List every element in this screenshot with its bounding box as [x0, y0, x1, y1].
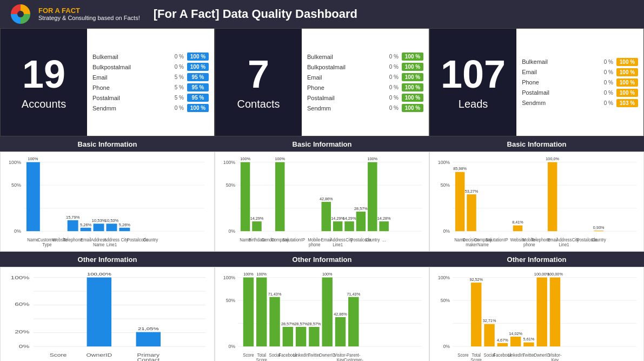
svg-text:4,67%: 4,67%: [497, 337, 508, 342]
svg-rect-15: [68, 220, 78, 231]
list-item: Bulkemail 0 % 100 %: [307, 52, 423, 61]
list-item: Bulkpostalmail 0 % 100 %: [307, 63, 423, 71]
contacts-stat: 7 Contacts: [215, 29, 302, 136]
accounts-basic-header: Basic Information: [0, 136, 215, 152]
svg-rect-155: [269, 297, 280, 346]
list-item: Phone 0 % 100 %: [307, 83, 423, 91]
svg-text:0%: 0%: [443, 228, 450, 234]
accounts-panel: 19 Accounts Bulkemail 0 % 100 % Bulkpost…: [0, 28, 215, 136]
list-item: Sendmm 0 % 100 %: [92, 104, 209, 112]
svg-rect-197: [510, 337, 521, 346]
svg-rect-134: [87, 278, 111, 347]
svg-text:phone: phone: [523, 242, 535, 247]
leads-label: Leads: [459, 98, 488, 110]
svg-text:100%: 100%: [223, 274, 235, 280]
logo-icon: [11, 4, 30, 24]
svg-text:Line1: Line1: [107, 242, 117, 247]
svg-text:Name: Name: [477, 242, 489, 247]
svg-rect-158: [283, 327, 293, 346]
svg-text:0%: 0%: [14, 228, 21, 234]
svg-rect-109: [548, 162, 557, 232]
svg-text:50%: 50%: [441, 298, 450, 303]
main-grid: 19 Accounts Bulkemail 0 % 100 % Bulkpost…: [0, 28, 644, 361]
svg-text:10,53%: 10,53%: [92, 218, 105, 223]
svg-rect-167: [322, 278, 333, 347]
leads-other-header: Other Information: [429, 252, 644, 267]
svg-text:Score: Score: [50, 353, 67, 358]
svg-text:phone: phone: [309, 242, 321, 247]
contacts-other-section: Other Information 100% 50% 0% 100% Score…: [215, 252, 429, 361]
accounts-other-section: Other Information 100% 60% 20% 0% Score …: [0, 252, 215, 361]
svg-rect-77: [379, 221, 388, 231]
svg-text:0%: 0%: [229, 228, 236, 234]
svg-text:100,0%: 100,0%: [546, 156, 559, 161]
svg-text:100%: 100%: [223, 159, 235, 165]
svg-text:100,00%: 100,00%: [87, 272, 111, 277]
svg-text:28,57%: 28,57%: [281, 321, 295, 326]
svg-text:100%: 100%: [256, 272, 267, 277]
svg-text:8,41%: 8,41%: [512, 220, 523, 225]
svg-text:LinkedIn: LinkedIn: [508, 353, 523, 358]
contacts-table: Bulkemail 0 % 100 % Bulkpostalmail 0 % 1…: [302, 29, 429, 136]
contacts-basic-chart-svg: 100% 50% 0% 100% Name 14,29% Birthdate G…: [220, 156, 424, 248]
contacts-basic-header: Basic Information: [215, 136, 429, 152]
svg-text:14,28%: 14,28%: [377, 216, 391, 221]
svg-text:Line1: Line1: [559, 242, 569, 247]
svg-text:Score: Score: [457, 353, 469, 358]
svg-rect-161: [296, 327, 306, 346]
svg-text:10,53%: 10,53%: [105, 218, 118, 223]
svg-text:42,86%: 42,86%: [320, 196, 333, 201]
svg-text:IP: IP: [301, 238, 305, 242]
svg-text:Line1: Line1: [333, 242, 343, 247]
svg-rect-25: [107, 224, 117, 231]
svg-text:85,98%: 85,98%: [453, 166, 467, 171]
list-item: Postalmail 0 % 100 %: [522, 89, 638, 97]
svg-rect-137: [136, 332, 161, 347]
svg-text:15,79%: 15,79%: [66, 215, 79, 220]
svg-text:20%: 20%: [15, 329, 30, 334]
svg-text:LinkedIn: LinkedIn: [293, 353, 309, 358]
accounts-basic-chart: 100% 50% 0% 100% Name Customer Type Webs…: [0, 152, 215, 252]
svg-text:Salutation: Salutation: [486, 238, 504, 242]
list-item: Postalmail 0 % 100 %: [307, 94, 423, 102]
list-item: Bulkpostalmail 0 % 100 %: [92, 63, 209, 71]
svg-text:5,26%: 5,26%: [119, 222, 130, 227]
leads-basic-chart: 100% 50% 0% 85,98% Name 53,27% Decision-…: [429, 152, 644, 252]
leads-other-chart: 100% 50% 0% Score 92,52% Total Score 32,…: [429, 267, 644, 361]
brand-tagline: Strategy & Consulting based on Facts!: [38, 15, 140, 22]
svg-rect-51: [275, 162, 284, 232]
contacts-label: Contacts: [237, 98, 280, 110]
svg-rect-74: [368, 162, 377, 232]
list-item: Email 0 % 100 %: [522, 68, 638, 76]
leads-number: 107: [441, 55, 506, 94]
svg-text:32,71%: 32,71%: [483, 318, 496, 323]
leads-basic-header: Basic Information: [429, 136, 644, 152]
leads-panel: 107 Leads Bulkemail 0 % 100 % Email 0 % …: [429, 28, 644, 136]
svg-text:Country: Country: [592, 238, 607, 242]
svg-rect-148: [243, 278, 254, 347]
svg-rect-61: [322, 202, 331, 231]
accounts-other-header: Other Information: [0, 252, 215, 267]
contacts-basic-chart: 100% 50% 0% 100% Name 14,29% Birthdate G…: [215, 152, 429, 252]
list-item: Email 0 % 100 %: [307, 73, 423, 81]
svg-text:Key: Key: [552, 357, 559, 361]
svg-text:IP: IP: [504, 238, 508, 242]
leads-other-chart-svg: 100% 50% 0% Score 92,52% Total Score 32,…: [434, 272, 639, 361]
list-item: Bulkemail 0 % 100 %: [522, 58, 638, 66]
svg-text:5,61%: 5,61%: [523, 337, 535, 342]
svg-rect-206: [550, 278, 560, 347]
svg-text:5,26%: 5,26%: [80, 222, 91, 227]
svg-rect-187: [471, 283, 481, 346]
svg-text:100%: 100%: [322, 272, 333, 277]
svg-text:14,02%: 14,02%: [509, 331, 522, 336]
leads-basic-chart-svg: 100% 50% 0% 85,98% Name 53,27% Decision-…: [434, 156, 639, 248]
accounts-label: Accounts: [22, 98, 66, 110]
svg-text:Contact: Contact: [137, 357, 160, 361]
svg-rect-18: [81, 228, 91, 231]
leads-basic-section: Basic Information 100% 50% 0% 85,98% Nam…: [429, 136, 644, 252]
svg-text:0%: 0%: [19, 343, 30, 349]
page-title: [For A Fact] Data Quality Dashboard: [154, 7, 357, 21]
brand-name: FOR A FACT: [38, 6, 140, 15]
svg-text:Score: Score: [471, 357, 482, 361]
svg-rect-71: [356, 212, 366, 231]
